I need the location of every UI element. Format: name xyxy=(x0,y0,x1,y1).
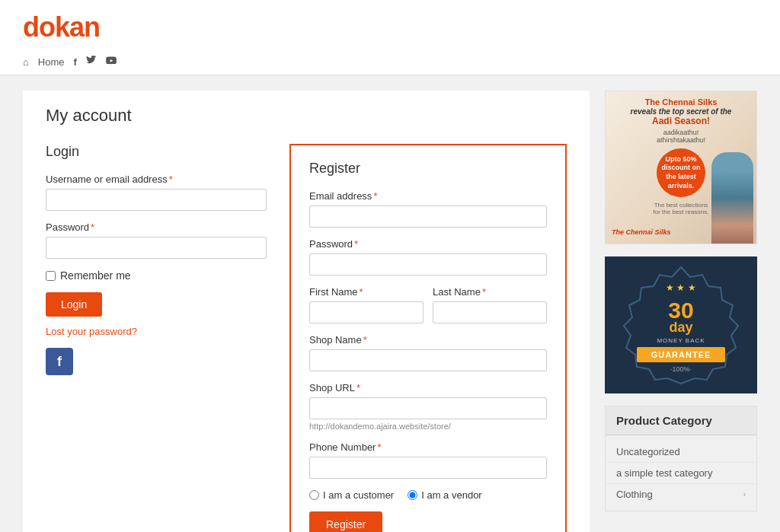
customer-radio[interactable] xyxy=(309,490,319,500)
remember-me-checkbox[interactable] xyxy=(46,271,56,281)
facebook-nav-link[interactable]: f xyxy=(74,56,77,68)
remember-me-row: Remember me xyxy=(46,269,267,282)
shop-name-group: Shop Name* xyxy=(309,334,547,371)
product-category-header: Product Category xyxy=(606,406,756,435)
nav-bar: ⌂ Home f xyxy=(23,49,757,75)
vendor-radio[interactable] xyxy=(408,490,417,500)
password-login-group: Password* xyxy=(46,221,267,259)
facebook-login-button[interactable]: f xyxy=(46,348,73,375)
product-category-list: Uncategorized a simple test category Clo… xyxy=(606,435,756,511)
category-link-simple-test[interactable]: a simple test category xyxy=(616,467,712,479)
register-title: Register xyxy=(309,161,547,177)
phone-input[interactable] xyxy=(309,457,547,479)
first-name-label: First Name* xyxy=(309,286,424,298)
ad-discount-badge: Upto 50% discount on the latest arrivals… xyxy=(657,148,705,197)
list-item[interactable]: Uncategorized xyxy=(606,441,756,463)
login-title: Login xyxy=(46,144,267,160)
first-name-input[interactable] xyxy=(309,301,424,323)
page-title: My account xyxy=(46,106,567,126)
ad-tagline1: aadikaathu! xyxy=(612,129,750,136)
youtube-nav-link[interactable] xyxy=(106,56,117,68)
chevron-right-icon: › xyxy=(743,490,746,499)
shop-url-hint: http://dokandemo.ajaira.website/store/ xyxy=(309,422,547,431)
category-link-clothing[interactable]: Clothing xyxy=(616,489,653,500)
login-button[interactable]: Login xyxy=(46,292,102,317)
shop-url-group: Shop URL* http://dokandemo.ajaira.websit… xyxy=(309,382,547,431)
customer-label[interactable]: I am a customer xyxy=(323,489,394,501)
twitter-nav-link[interactable] xyxy=(86,56,97,68)
lost-password-link[interactable]: Lost your password? xyxy=(46,326,267,337)
logo-d: d xyxy=(23,11,39,43)
list-item[interactable]: a simple test category xyxy=(606,463,756,484)
svg-text:GUARANTEE: GUARANTEE xyxy=(651,350,711,359)
guarantee-ad: ★ ★ ★ 30 day MONEY BACK GUARANTEE ·100%· xyxy=(605,256,757,393)
password-login-input[interactable] xyxy=(46,237,267,259)
password-register-input[interactable] xyxy=(309,253,547,276)
password-register-group: Password* xyxy=(309,238,547,276)
logo: dokan xyxy=(23,11,757,43)
phone-group: Phone Number* xyxy=(309,441,547,479)
product-category-box: Product Category Uncategorized a simple … xyxy=(605,406,757,511)
two-column-layout: Login Username or email address* Passwor… xyxy=(46,144,567,532)
email-input[interactable] xyxy=(309,205,547,228)
logo-rest: okan xyxy=(39,11,100,43)
email-label: Email address* xyxy=(309,190,547,202)
svg-text:day: day xyxy=(669,320,692,335)
svg-text:★ ★ ★: ★ ★ ★ xyxy=(666,282,696,293)
guarantee-badge: ★ ★ ★ 30 day MONEY BACK GUARANTEE ·100%· xyxy=(620,263,742,387)
ad-chennai-silks: The Chennai Silks reveals the top secret… xyxy=(605,91,757,244)
ad-brand: The Chennai Silks xyxy=(612,228,671,236)
first-name-group: First Name* xyxy=(309,286,424,323)
shop-url-input[interactable] xyxy=(309,397,547,419)
shop-name-label: Shop Name* xyxy=(309,334,547,346)
last-name-input[interactable] xyxy=(433,301,547,323)
list-item[interactable]: Clothing › xyxy=(606,484,756,505)
username-group: Username or email address* xyxy=(46,174,267,211)
last-name-label: Last Name* xyxy=(433,286,547,298)
last-name-group: Last Name* xyxy=(433,286,547,323)
woman-silhouette xyxy=(711,152,753,244)
vendor-label[interactable]: I am a vendor xyxy=(421,489,482,501)
password-register-label: Password* xyxy=(309,238,547,250)
main-area: My account Login Username or email addre… xyxy=(23,91,590,532)
login-section: Login Username or email address* Passwor… xyxy=(46,144,267,532)
username-input[interactable] xyxy=(46,189,267,211)
role-radio-row: I am a customer I am a vendor xyxy=(309,489,547,501)
ad-tagline2: athirshtakaathu! xyxy=(612,136,750,144)
page-content: My account Login Username or email addre… xyxy=(0,75,780,532)
register-button[interactable]: Register xyxy=(309,511,382,532)
customer-option: I am a customer xyxy=(309,489,394,501)
svg-text:MONEY BACK: MONEY BACK xyxy=(657,337,705,344)
remember-me-label[interactable]: Remember me xyxy=(60,269,131,282)
category-link-uncategorized[interactable]: Uncategorized xyxy=(616,446,680,457)
email-group: Email address* xyxy=(309,190,547,228)
shop-url-label: Shop URL* xyxy=(309,382,547,393)
phone-label: Phone Number* xyxy=(309,441,547,453)
home-icon: ⌂ xyxy=(23,56,29,68)
shop-name-input[interactable] xyxy=(309,349,547,371)
register-section: Register Email address* Password* xyxy=(289,144,567,532)
name-row: First Name* Last Name* xyxy=(309,286,547,334)
home-link[interactable]: Home xyxy=(38,56,65,68)
header: dokan ⌂ Home f xyxy=(0,0,780,75)
svg-text:·100%·: ·100%· xyxy=(670,365,692,373)
ad-headline: The Chennai Silks reveals the top secret… xyxy=(612,97,750,126)
vendor-option: I am a vendor xyxy=(408,489,482,501)
username-label: Username or email address* xyxy=(46,174,267,185)
sidebar: The Chennai Silks reveals the top secret… xyxy=(605,91,757,532)
password-login-label: Password* xyxy=(46,221,267,233)
